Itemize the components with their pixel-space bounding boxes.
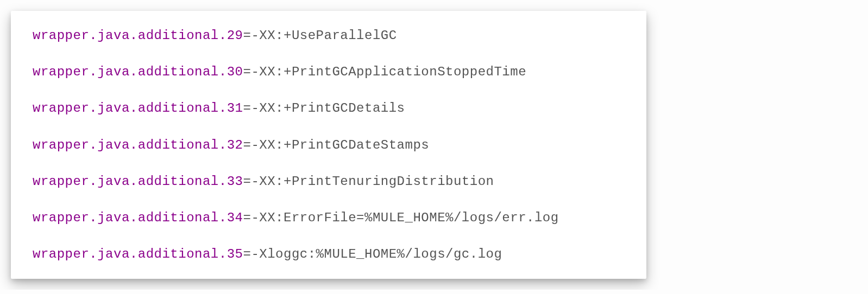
config-key: wrapper.java.additional.32 (33, 138, 243, 152)
config-value: -XX:+PrintTenuringDistribution (251, 174, 494, 189)
config-line: wrapper.java.additional.34=-XX:ErrorFile… (33, 209, 625, 226)
config-value: -XX:ErrorFile=%MULE_HOME%/logs/err.log (251, 210, 558, 225)
equals-separator: = (243, 210, 251, 225)
config-key: wrapper.java.additional.35 (33, 247, 243, 261)
config-code-block: wrapper.java.additional.29=-XX:+UseParal… (11, 11, 646, 279)
config-key: wrapper.java.additional.29 (33, 28, 243, 43)
config-key: wrapper.java.additional.30 (33, 65, 243, 79)
config-line: wrapper.java.additional.30=-XX:+PrintGCA… (33, 63, 625, 80)
config-key: wrapper.java.additional.34 (33, 210, 243, 225)
equals-separator: = (243, 247, 251, 261)
config-line: wrapper.java.additional.35=-Xloggc:%MULE… (33, 246, 625, 263)
config-line: wrapper.java.additional.29=-XX:+UseParal… (33, 27, 625, 44)
config-key: wrapper.java.additional.33 (33, 174, 243, 189)
equals-separator: = (243, 28, 251, 43)
equals-separator: = (243, 174, 251, 189)
equals-separator: = (243, 138, 251, 152)
equals-separator: = (243, 101, 251, 116)
config-value: -XX:+UseParallelGC (251, 28, 397, 43)
config-key: wrapper.java.additional.31 (33, 101, 243, 116)
config-line: wrapper.java.additional.31=-XX:+PrintGCD… (33, 100, 625, 117)
config-value: -XX:+PrintGCDetails (251, 101, 405, 116)
equals-separator: = (243, 65, 251, 79)
config-value: -XX:+PrintGCDateStamps (251, 138, 429, 152)
config-value: -Xloggc:%MULE_HOME%/logs/gc.log (251, 247, 502, 261)
config-line: wrapper.java.additional.33=-XX:+PrintTen… (33, 173, 625, 190)
config-value: -XX:+PrintGCApplicationStoppedTime (251, 65, 526, 79)
config-line: wrapper.java.additional.32=-XX:+PrintGCD… (33, 137, 625, 154)
